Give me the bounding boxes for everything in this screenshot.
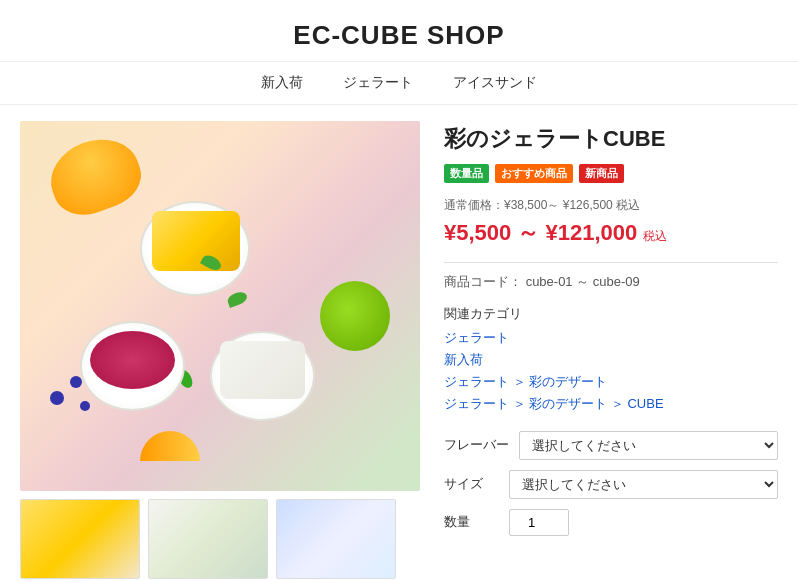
price-regular: 通常価格：¥38,500～ ¥126,500 税込: [444, 197, 778, 214]
thumbnail-2[interactable]: [148, 499, 268, 579]
divider-1: [444, 262, 778, 263]
product-badges: 数量品 おすすめ商品 新商品: [444, 164, 778, 183]
nav-item-ice-sandwich[interactable]: アイスサンド: [453, 74, 537, 92]
category-link-new-arrivals[interactable]: 新入荷: [444, 349, 778, 371]
site-title: EC-CUBE SHOP: [0, 20, 798, 51]
size-label: サイズ: [444, 475, 499, 493]
price-sale: ¥5,500 ～ ¥121,000 税込: [444, 218, 778, 248]
nav-item-gelato[interactable]: ジェラート: [343, 74, 413, 92]
nav-bar: 新入荷 ジェラート アイスサンド: [0, 62, 798, 105]
main-product-image[interactable]: [20, 121, 420, 491]
category-link-gelato[interactable]: ジェラート: [444, 327, 778, 349]
size-select[interactable]: 選択してください: [509, 470, 778, 499]
category-section: 関連カテゴリ ジェラート 新入荷 ジェラート ＞ 彩のデザート ジェラート ＞ …: [444, 305, 778, 415]
pink-gelato-bowl: [80, 321, 185, 411]
flavor-select[interactable]: 選択してください: [519, 431, 778, 460]
quantity-row: 数量: [444, 509, 778, 536]
quantity-input[interactable]: [509, 509, 569, 536]
site-header: EC-CUBE SHOP: [0, 0, 798, 62]
quantity-label: 数量: [444, 513, 499, 531]
lime-decoration: [320, 281, 390, 351]
product-code: 商品コード： cube-01 ～ cube-09: [444, 273, 778, 291]
size-select-row: サイズ 選択してください: [444, 470, 778, 499]
berry-decoration-2: [70, 376, 82, 388]
category-link-dessert[interactable]: ジェラート ＞ 彩のデザート: [444, 371, 778, 393]
badge-limited: 数量品: [444, 164, 489, 183]
badge-recommended: おすすめ商品: [495, 164, 573, 183]
flavor-select-row: フレーバー 選択してください: [444, 431, 778, 460]
product-images: [20, 121, 420, 579]
main-content: 彩のジェラートCUBE 数量品 おすすめ商品 新商品 通常価格：¥38,500～…: [0, 105, 798, 581]
product-code-value: cube-01 ～ cube-09: [526, 274, 640, 289]
yellow-gelato-bowl: [140, 201, 250, 296]
price-sale-value: ¥5,500 ～ ¥121,000: [444, 220, 637, 245]
product-code-label: 商品コード：: [444, 274, 522, 289]
badge-new: 新商品: [579, 164, 624, 183]
white-gelato-bowl: [210, 331, 315, 421]
thumbnail-1[interactable]: [20, 499, 140, 579]
thumbnail-row: [20, 499, 420, 579]
category-section-label: 関連カテゴリ: [444, 305, 778, 323]
thumbnail-3[interactable]: [276, 499, 396, 579]
flavor-label: フレーバー: [444, 436, 509, 454]
product-title: 彩のジェラートCUBE: [444, 125, 778, 154]
category-link-cube[interactable]: ジェラート ＞ 彩のデザート ＞ CUBE: [444, 393, 778, 415]
gelato-scene: [20, 121, 420, 491]
product-info: 彩のジェラートCUBE 数量品 おすすめ商品 新商品 通常価格：¥38,500～…: [444, 121, 778, 579]
price-tax-label: 税込: [643, 229, 667, 243]
berry-decoration-1: [50, 391, 64, 405]
berry-decoration-3: [80, 401, 90, 411]
nav-item-new-arrivals[interactable]: 新入荷: [261, 74, 303, 92]
